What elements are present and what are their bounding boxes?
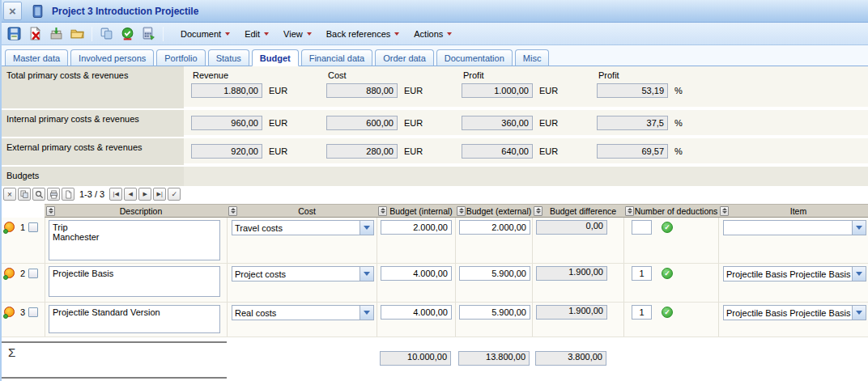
sort-icon[interactable] (625, 206, 634, 216)
application-window: × Project 3 Introduction Projectile (0, 0, 868, 381)
pager-first-button[interactable]: |◀ (109, 188, 122, 201)
summary-row-label: Internal primary costs & revenues (2, 110, 184, 137)
budgets-section: Budgets (2, 167, 868, 186)
percent-label: % (674, 146, 683, 156)
budget-difference-field: 1.900,00 (536, 266, 607, 281)
pager-prev-button[interactable]: ◀ (124, 188, 137, 201)
record-link-icon[interactable] (4, 222, 15, 232)
item-select[interactable]: Projectile Basis Projectile Basis PF (723, 266, 866, 282)
tab-status[interactable]: Status (208, 49, 249, 66)
menu-edit[interactable]: Edit (237, 25, 276, 43)
cost-type-select[interactable]: Travel costs (232, 220, 374, 235)
pager-range: 1-3 / 3 (79, 189, 104, 199)
column-header-budget-external: Budget (external) (455, 204, 532, 218)
budget-summary: Total primary costs & revenues Revenue 1… (2, 66, 868, 186)
column-header-deductions: Number of deductions (623, 204, 718, 218)
cost-field: 600,00 (326, 116, 398, 130)
menu-document[interactable]: Document (173, 25, 237, 43)
tab-documentation[interactable]: Documentation (436, 49, 513, 66)
sum-symbol: Σ (2, 341, 227, 379)
item-select[interactable]: Projectile Basis Projectile Basis PF (723, 305, 866, 320)
row-checkbox[interactable] (28, 307, 38, 317)
save-button[interactable] (5, 24, 23, 43)
calculator-icon (142, 27, 155, 40)
row-checkbox[interactable] (28, 222, 38, 232)
copy-button[interactable] (97, 24, 116, 43)
sort-icon[interactable] (534, 206, 542, 216)
search-button[interactable] (32, 188, 45, 201)
tab-financial-data[interactable]: Financial data (301, 49, 373, 66)
description-input[interactable] (49, 266, 220, 297)
record-link-icon[interactable] (4, 268, 15, 278)
profit-field: 360,00 (462, 116, 533, 130)
print-button[interactable] (47, 188, 60, 201)
approve-button[interactable] (118, 24, 137, 43)
row-checkbox[interactable] (28, 269, 38, 278)
menu-actions[interactable]: Actions (406, 25, 459, 43)
first-page-icon: |◀ (113, 191, 119, 197)
budget-external-input[interactable] (459, 266, 530, 281)
menu-back-references[interactable]: Back references (319, 25, 406, 43)
budget-internal-input[interactable] (381, 305, 452, 320)
calculate-button[interactable] (139, 24, 158, 43)
check-in-button[interactable] (47, 24, 66, 43)
summary-row-label: External primary costs & revenues (2, 138, 184, 165)
pager-last-button[interactable]: ▶| (153, 188, 166, 201)
item-select[interactable] (723, 220, 866, 235)
tab-portfolio[interactable]: Portfolio (156, 49, 205, 66)
toolbar-separator (163, 27, 164, 41)
currency-label: EUR (404, 118, 423, 128)
description-input[interactable] (49, 220, 220, 260)
deductions-input[interactable] (632, 305, 652, 320)
new-row-button[interactable] (62, 188, 74, 201)
currency-label: EUR (269, 146, 287, 156)
budget-difference-field: 0,00 (536, 220, 607, 235)
tab-order-data[interactable]: Order data (375, 49, 434, 66)
ok-check-icon[interactable]: ✓ (662, 222, 673, 233)
ok-check-icon[interactable]: ✓ (662, 307, 673, 318)
menu-dropdown-icon (264, 32, 269, 36)
tab-misc[interactable]: Misc (515, 49, 550, 66)
sort-icon[interactable] (378, 206, 387, 216)
budget-external-input[interactable] (459, 305, 530, 320)
copy-rows-button[interactable] (18, 188, 31, 201)
tab-budget[interactable]: Budget (252, 49, 299, 66)
title-bar: × Project 3 Introduction Projectile (2, 0, 868, 23)
cost-type-select[interactable]: Project costs (232, 266, 374, 282)
menu-dropdown-icon (394, 32, 399, 36)
ok-check-icon[interactable]: ✓ (662, 268, 673, 279)
delete-button[interactable] (26, 24, 45, 43)
description-input[interactable] (49, 305, 220, 333)
close-button[interactable]: × (3, 2, 22, 20)
sort-icon[interactable] (228, 206, 237, 216)
sort-icon[interactable] (457, 206, 466, 216)
budget-internal-input[interactable] (381, 266, 452, 281)
cost-field: 880,00 (326, 83, 398, 98)
sort-icon[interactable] (46, 206, 55, 216)
budget-external-input[interactable] (459, 220, 530, 235)
sum-budget-internal-field: 10.000,00 (380, 351, 451, 366)
tab-master-data[interactable]: Master data (5, 49, 68, 66)
summary-row-label: Total primary costs & revenues (2, 66, 184, 108)
sort-icon[interactable] (720, 206, 729, 216)
percent-label: % (674, 118, 683, 128)
remove-button[interactable]: × (3, 188, 16, 201)
cost-type-select[interactable]: Real costs (232, 305, 374, 320)
sum-budget-external-field: 13.800,00 (458, 351, 530, 366)
select-all-button[interactable]: ✓ (168, 188, 181, 201)
approve-clock-icon (121, 27, 134, 40)
open-button[interactable] (68, 24, 87, 43)
tab-involved-persons[interactable]: Involved persons (70, 49, 154, 66)
row-number: 2 (18, 268, 25, 278)
pager-next-button[interactable]: ▶ (138, 188, 151, 201)
chevron-down-icon (360, 306, 373, 320)
record-link-icon[interactable] (4, 307, 15, 317)
check-icon: ✓ (171, 190, 177, 198)
menu-view[interactable]: View (276, 25, 319, 43)
remove-icon: × (7, 190, 12, 199)
column-header-item: Item (718, 204, 868, 218)
deductions-input[interactable] (632, 220, 652, 235)
budget-internal-input[interactable] (381, 220, 452, 235)
deductions-input[interactable] (632, 266, 652, 281)
revenue-field: 960,00 (191, 116, 262, 130)
